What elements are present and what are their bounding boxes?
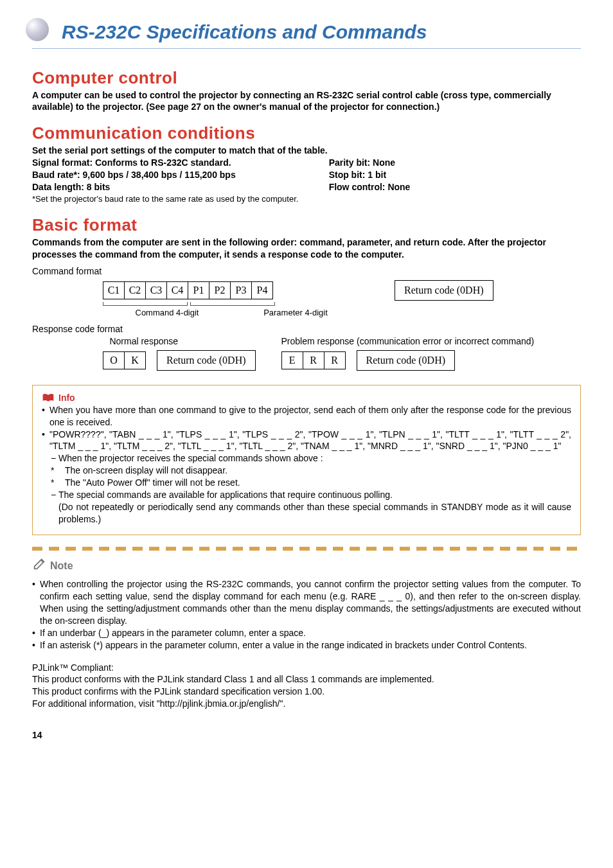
response-format-label: Response code format [32,323,581,335]
info-sub-1: When the projector receives the special … [51,452,571,465]
comm-right-2: Stop bit: 1 bit [329,169,581,181]
info-sub-4: The special commands are available for a… [51,489,571,501]
communication-footnote: *Set the projector's baud rate to the sa… [32,193,581,205]
note-pencil-icon [32,557,46,575]
cmd-cell-c3: C3 [145,281,167,299]
comm-left-2: Baud rate*: 9,600 bps / 38,400 bps / 115… [32,169,329,181]
section-communication-heading: Communication conditions [32,122,581,145]
note-title: Note [50,559,73,573]
info-sub-3: The "Auto Power Off" timer will not be r… [51,477,571,489]
brace-param-label: Parameter 4-digit [231,307,360,319]
normal-response-label: Normal response [32,335,256,348]
page-number: 14 [32,729,581,741]
cmd-cell-p1: P1 [188,281,209,299]
resp-ok-k: K [124,351,146,369]
resp-ok-return: Return code (0DH) [157,350,256,371]
brace-command-label: Command 4-digit [103,307,231,319]
info-sub-2: The on-screen display will not disappear… [51,465,571,477]
resp-err-return: Return code (0DH) [357,350,456,371]
note-bullet-1: When controlling the projector using the… [32,578,581,627]
pjlink-line-1: This product conforms with the PJLink st… [32,673,581,686]
cmd-cell-c2: C2 [124,281,146,299]
header-bullet-decor [26,18,49,41]
communication-lead: Set the serial port settings of the comp… [32,145,581,157]
section-computer-control-heading: Computer control [32,67,581,89]
resp-err-e: E [281,351,303,369]
cmd-cell-p4: P4 [251,281,273,299]
info-box: Info When you have more than one command… [32,385,581,535]
cmd-cell-p2: P2 [209,281,231,299]
comm-right-3: Flow control: None [329,181,581,193]
cmd-return-code: Return code (0DH) [395,280,493,301]
note-bullet-2: If an underbar (_) appears in the parame… [32,627,581,639]
info-book-icon [42,393,55,402]
pjlink-line-3: For additional information, visit "http:… [32,698,581,710]
computer-control-text: A computer can be used to control the pr… [32,89,581,114]
info-tail: (Do not repeatedly or periodically send … [42,501,571,526]
comm-left-1: Signal format: Conforms to RS-232C stand… [32,157,329,169]
note-bullet-3: If an asterisk (*) appears in the parame… [32,639,581,651]
info-title: Info [58,392,75,404]
problem-response-label: Problem response (communication error or… [281,335,581,348]
info-bullet-2: "POWR????", "TABN _ _ _ 1", "TLPS _ _ _ … [42,429,571,453]
info-bullet-1: When you have more than one command to g… [42,404,571,429]
title-underline [32,48,581,49]
comm-left-3: Data length: 8 bits [32,181,329,193]
cmd-cell-c4: C4 [166,281,188,299]
cmd-cell-p3: P3 [230,281,252,299]
basic-format-text: Commands from the computer are sent in t… [32,236,581,261]
resp-err-r1: R [303,351,324,369]
dashed-separator [32,547,581,551]
pjlink-label: PJLink™ Compliant: [32,662,581,674]
cmd-cell-c1: C1 [103,281,125,299]
pjlink-line-2: This product confirms with the PJLink st… [32,686,581,698]
resp-ok-o: O [103,351,125,369]
comm-right-1: Parity bit: None [329,157,581,169]
resp-err-r2: R [324,351,346,369]
page-title: RS-232C Specifications and Commands [62,19,581,46]
section-basic-format-heading: Basic format [32,214,581,236]
command-format-label: Command format [32,265,581,278]
